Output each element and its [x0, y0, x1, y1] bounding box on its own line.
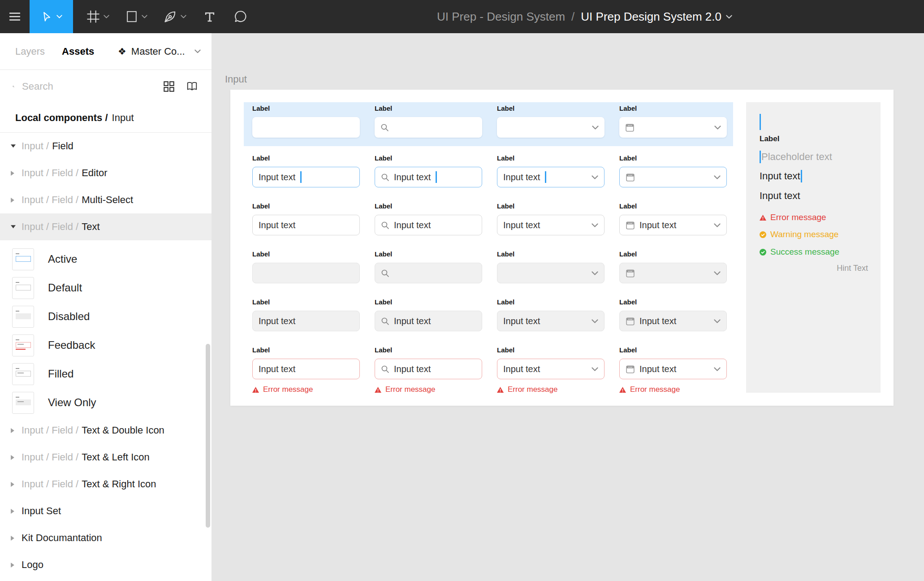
select-input-field-error[interactable]: Input text	[497, 359, 604, 379]
text-cell: LabelInput text	[252, 154, 360, 187]
tree-item-path: Input / Field /	[22, 478, 78, 490]
chevron-down-icon[interactable]	[56, 15, 62, 18]
tree-item-text-double-icon[interactable]: Input / Field /Text & Double Icon	[0, 417, 212, 444]
search-input-field-focus[interactable]: Input text	[375, 167, 482, 187]
error-triangle-icon	[497, 387, 504, 393]
tree-item-input-set[interactable]: Input Set	[0, 498, 212, 525]
tree-item-multi-select[interactable]: Input / Field /Multi-Select	[0, 186, 212, 213]
chevron-down-icon[interactable]	[194, 49, 201, 53]
tree-item-name: Multi-Select	[82, 194, 133, 206]
tree-item-logo[interactable]: Logo	[0, 551, 212, 578]
field-value: Input text	[394, 172, 431, 182]
component-item-default[interactable]: Default	[0, 273, 212, 302]
library-selector[interactable]: ❖ Master Co...	[118, 33, 201, 69]
component-thumbnail	[12, 392, 34, 414]
text-input-field-disabled[interactable]: Input text	[252, 311, 360, 331]
chevron-down-icon[interactable]	[142, 15, 147, 18]
field-label: Label	[375, 346, 482, 355]
grid-view-icon	[164, 81, 174, 92]
tree-item-text-right-icon[interactable]: Input / Field /Text & Right Icon	[0, 471, 212, 498]
tree-item-field[interactable]: Input /Field	[0, 133, 212, 160]
text-input-field-default[interactable]: Input text	[252, 215, 360, 235]
field-label: Label	[252, 346, 360, 355]
search-input-field-disabled[interactable]: Input text	[375, 311, 482, 331]
input-component-frame[interactable]: LabelLabelLabelLabelLabelInput textLabel…	[230, 90, 894, 406]
file-breadcrumb: UI Prep - Design System / UI Prep Design…	[437, 0, 732, 33]
component-item-active[interactable]: Active	[0, 245, 212, 273]
tab-assets[interactable]: Assets	[62, 46, 94, 57]
library-book-button[interactable]	[186, 82, 198, 91]
date-input-field-default[interactable]: Input text	[619, 215, 727, 235]
shape-tool-button[interactable]	[125, 0, 147, 33]
search-input-field-disabled-empty[interactable]	[375, 263, 482, 283]
design-canvas[interactable]: Input LabelLabelLabelLabelLabelInput tex…	[212, 33, 924, 581]
date-input-field-focus[interactable]	[619, 167, 727, 187]
move-tool-button[interactable]	[30, 0, 73, 33]
date-input-field-focus-empty[interactable]	[619, 117, 727, 138]
spec-success-text: Success message	[770, 247, 839, 257]
calendar-icon	[626, 317, 635, 326]
text-input-field-error[interactable]: Input text	[252, 359, 360, 379]
component-item-feedback[interactable]: Feedback	[0, 331, 212, 360]
search-input-field-error[interactable]: Input text	[375, 359, 482, 379]
text-input-field-disabled-empty[interactable]	[252, 263, 360, 283]
frame-title[interactable]: Input	[225, 74, 247, 85]
tree-item-editor[interactable]: Input / Field /Editor	[0, 160, 212, 186]
component-item-view-only[interactable]: View Only	[0, 388, 212, 417]
search-input[interactable]	[21, 80, 152, 93]
field-label: Label	[375, 154, 482, 163]
component-item-disabled[interactable]: Disabled	[0, 302, 212, 331]
tree-item-name: Text	[82, 221, 99, 233]
text-tool-button[interactable]	[203, 0, 216, 33]
select-input-field-default[interactable]: Input text	[497, 215, 604, 235]
file-name[interactable]: UI Prep Design System 2.0	[581, 10, 732, 24]
text-input-field-focus-empty[interactable]	[252, 117, 360, 138]
field-label: Label	[497, 298, 604, 307]
breadcrumb-root[interactable]: Local components /	[15, 112, 108, 124]
chevron-down-icon	[11, 225, 16, 229]
tree-item-kit-documantation[interactable]: Kit Documantation	[0, 525, 212, 551]
search-input-field-focus-empty[interactable]	[375, 117, 482, 138]
select-cell: LabelInput text	[497, 154, 604, 187]
pen-tool-button[interactable]	[164, 0, 186, 33]
chevron-down-icon[interactable]	[104, 15, 109, 18]
input-row-error: LabelInput textError messageLabelInput t…	[252, 346, 727, 394]
select-input-field-disabled-empty[interactable]	[497, 263, 604, 283]
success-check-circle-icon	[760, 249, 766, 256]
search-icon	[381, 365, 389, 373]
main-menu-button[interactable]	[0, 0, 30, 33]
chevron-down-icon	[714, 126, 721, 130]
select-input-field-focus[interactable]: Input text	[497, 167, 604, 187]
frame-tool-button[interactable]	[86, 0, 109, 33]
component-item-filled[interactable]: Filled	[0, 360, 212, 388]
select-cell: Label	[497, 250, 604, 283]
component-thumbnail	[12, 277, 34, 299]
date-input-field-disabled[interactable]: Input text	[619, 311, 727, 331]
search-cell: LabelInput text	[375, 298, 482, 331]
field-label: Label	[497, 250, 604, 259]
date-input-field-disabled-empty[interactable]	[619, 263, 727, 283]
field-label: Label	[619, 346, 727, 355]
tree-item-path: Input / Field /	[22, 167, 78, 179]
select-input-field-disabled[interactable]: Input text	[497, 311, 604, 331]
field-value: Input text	[503, 364, 540, 374]
tree-item-text-left-icon[interactable]: Input / Field /Text & Left Icon	[0, 444, 212, 471]
field-label: Label	[497, 202, 604, 211]
tab-layers[interactable]: Layers	[15, 46, 45, 57]
tree-item-text[interactable]: Input / Field /Text	[0, 213, 212, 240]
tree-item-name: Field	[52, 140, 73, 152]
spec-panel[interactable]: Label Placeholder text Input text Input …	[746, 102, 881, 393]
chevron-down-icon[interactable]	[726, 15, 732, 19]
sidebar-scrollbar[interactable]	[206, 344, 210, 528]
text-input-field-focus[interactable]: Input text	[252, 167, 360, 187]
calendar-icon	[626, 364, 635, 374]
select-input-field-focus-empty[interactable]	[497, 117, 604, 138]
comment-tool-button[interactable]	[234, 0, 247, 33]
grid-view-button[interactable]	[164, 81, 174, 92]
search-input-field-default[interactable]: Input text	[375, 215, 482, 235]
date-input-field-error[interactable]: Input text	[619, 359, 727, 379]
chevron-down-icon[interactable]	[181, 15, 186, 18]
field-value: Input text	[503, 316, 540, 326]
project-name[interactable]: UI Prep - Design System	[437, 10, 565, 24]
spec-placeholder-text: Placeholder text	[761, 151, 832, 163]
